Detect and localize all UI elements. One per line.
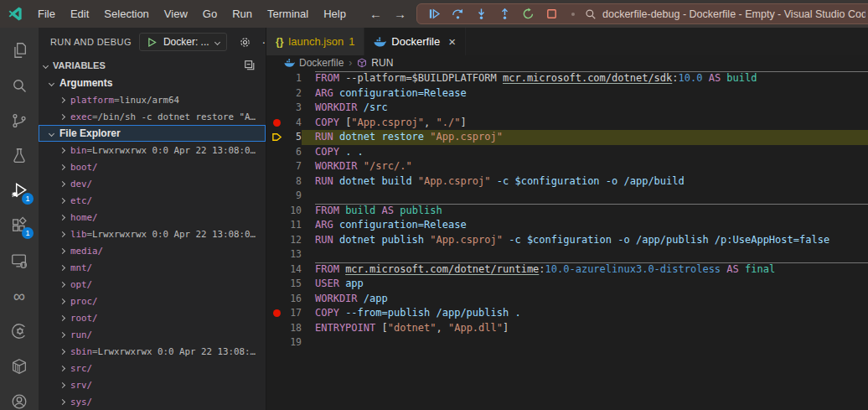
variable-row[interactable]: root/ bbox=[39, 309, 266, 326]
debug-configuration-dropdown[interactable]: Docker: ... bbox=[139, 33, 227, 51]
debug-step-into-button[interactable] bbox=[471, 5, 491, 23]
gutter[interactable] bbox=[266, 101, 287, 116]
variable-row[interactable]: proc/ bbox=[39, 293, 266, 309]
variable-row[interactable]: srv/ bbox=[39, 376, 266, 393]
explorer-icon[interactable] bbox=[0, 33, 39, 68]
gutter[interactable] bbox=[266, 71, 287, 86]
code-line[interactable]: 14FROM mcr.microsoft.com/dotnet/runtime:… bbox=[266, 262, 868, 278]
current-frame-gutter[interactable] bbox=[266, 130, 287, 145]
code-line[interactable]: 6COPY . . bbox=[266, 145, 868, 160]
breakpoint-gutter[interactable] bbox=[266, 116, 287, 131]
code-line[interactable]: 15USER app bbox=[266, 277, 868, 292]
code-line[interactable]: 13 bbox=[266, 247, 868, 262]
code-line-text[interactable]: ARG configuration=Release bbox=[302, 218, 868, 233]
extensions-icon[interactable]: 1 bbox=[0, 209, 39, 244]
variable-row[interactable]: platform = linux/arm64 bbox=[39, 91, 266, 108]
gutter[interactable] bbox=[266, 277, 287, 292]
collapse-all-icon[interactable] bbox=[244, 60, 256, 71]
code-line-text[interactable] bbox=[302, 247, 868, 262]
variable-row[interactable]: lib = Lrwxrwxrwx 0:0 Apr 22 13:08:0… bbox=[39, 226, 266, 242]
code-line-text[interactable]: FROM build AS publish bbox=[302, 204, 868, 219]
gutter[interactable] bbox=[266, 321, 287, 336]
code-line-text[interactable]: FROM --platform=$BUILDPLATFORM mcr.micro… bbox=[302, 71, 868, 86]
tab-dockerfile[interactable]: Dockerfile × bbox=[364, 28, 466, 55]
code-line-text[interactable]: WORKDIR /src bbox=[302, 101, 868, 116]
code-line-text[interactable]: FROM mcr.microsoft.com/dotnet/runtime:10… bbox=[302, 262, 868, 278]
gutter[interactable] bbox=[266, 189, 287, 204]
gutter[interactable] bbox=[266, 174, 287, 189]
nav-forward-icon[interactable]: → bbox=[394, 7, 406, 21]
source-control-icon[interactable] bbox=[0, 103, 39, 138]
debug-toolbar-drag-handle[interactable] bbox=[571, 13, 575, 16]
gutter[interactable] bbox=[266, 86, 287, 101]
code-line[interactable]: 1FROM --platform=$BUILDPLATFORM mcr.micr… bbox=[266, 71, 868, 86]
code-line-text[interactable]: WORKDIR "/src/." bbox=[302, 159, 868, 174]
gutter[interactable] bbox=[266, 145, 287, 160]
menu-terminal[interactable]: Terminal bbox=[260, 4, 316, 23]
gutter[interactable] bbox=[266, 262, 287, 278]
debug-continue-button[interactable] bbox=[424, 5, 444, 23]
menu-view[interactable]: View bbox=[157, 4, 195, 23]
azure-icon[interactable]: ∞ bbox=[0, 278, 39, 314]
variables-group-file-explorer[interactable]: File Explorer bbox=[39, 125, 266, 142]
testing-icon[interactable] bbox=[0, 138, 39, 174]
code-line[interactable]: 16WORKDIR /app bbox=[266, 292, 868, 307]
nav-back-icon[interactable]: ← bbox=[369, 7, 382, 21]
gutter[interactable] bbox=[266, 218, 287, 233]
variable-row[interactable]: media/ bbox=[39, 242, 266, 259]
code-line[interactable]: 18ENTRYPOINT ["dotnet", "App.dll"] bbox=[266, 321, 868, 336]
code-line[interactable]: 2ARG configuration=Release bbox=[266, 86, 868, 101]
menu-file[interactable]: File bbox=[30, 4, 63, 23]
variable-row[interactable]: exec = /bin/sh -c dotnet restore "A… bbox=[39, 108, 266, 125]
variables-section-header[interactable]: VARIABLES bbox=[39, 56, 266, 75]
code-line-text[interactable]: ARG configuration=Release bbox=[302, 86, 868, 101]
code-line-text[interactable]: COPY . . bbox=[302, 145, 868, 160]
code-line[interactable]: 19 bbox=[266, 335, 868, 350]
code-line-text[interactable]: USER app bbox=[302, 277, 868, 292]
menu-help[interactable]: Help bbox=[316, 4, 354, 23]
breakpoint-gutter[interactable] bbox=[266, 306, 287, 321]
code-line[interactable]: 7WORKDIR "/src/." bbox=[266, 159, 868, 174]
gutter[interactable] bbox=[266, 159, 287, 174]
variable-row[interactable]: run/ bbox=[39, 326, 266, 343]
code-line-text[interactable]: RUN dotnet restore "App.csproj" bbox=[302, 130, 868, 145]
account-icon[interactable] bbox=[0, 384, 39, 410]
gear-icon[interactable] bbox=[239, 36, 251, 49]
menu-run[interactable]: Run bbox=[225, 4, 260, 23]
gutter[interactable] bbox=[266, 204, 287, 219]
variables-group-arguments[interactable]: Arguments bbox=[39, 75, 266, 91]
code-line[interactable]: 8RUN dotnet build "App.csproj" -c $confi… bbox=[266, 174, 868, 189]
variable-row[interactable]: src/ bbox=[39, 360, 266, 376]
code-line-text[interactable] bbox=[302, 189, 868, 204]
breadcrumb-file[interactable]: Dockerfile bbox=[299, 57, 344, 69]
variable-row[interactable]: bin = Lrwxrwxrwx 0:0 Apr 22 13:08:0… bbox=[39, 142, 266, 158]
variable-row[interactable]: sys/ bbox=[39, 393, 266, 410]
gutter[interactable] bbox=[266, 292, 287, 307]
code-line[interactable]: 4COPY ["App.csproj", "./"] bbox=[266, 116, 868, 131]
debug-restart-button[interactable] bbox=[518, 5, 538, 23]
iot-gear-icon[interactable] bbox=[0, 314, 39, 349]
variable-row[interactable]: boot/ bbox=[39, 158, 266, 175]
code-line[interactable]: 17COPY --from=publish /app/publish . bbox=[266, 306, 868, 321]
code-line[interactable]: 3WORKDIR /src bbox=[266, 101, 868, 116]
code-line-text[interactable]: RUN dotnet publish "App.csproj" -c $conf… bbox=[302, 233, 868, 248]
code-line[interactable]: 12RUN dotnet publish "App.csproj" -c $co… bbox=[266, 233, 868, 248]
gutter[interactable] bbox=[266, 335, 287, 350]
gutter[interactable] bbox=[266, 233, 287, 248]
code-line-text[interactable] bbox=[302, 335, 868, 350]
run-and-debug-icon[interactable]: 1 bbox=[0, 174, 39, 209]
remote-explorer-icon[interactable] bbox=[0, 243, 39, 278]
variable-row[interactable]: etc/ bbox=[39, 192, 266, 209]
code-line[interactable]: 5RUN dotnet restore "App.csproj" bbox=[266, 130, 868, 145]
close-tab-icon[interactable]: × bbox=[448, 34, 456, 49]
gutter[interactable] bbox=[266, 247, 287, 262]
breadcrumb-symbol[interactable]: RUN bbox=[371, 57, 393, 69]
code-line[interactable]: 10FROM build AS publish bbox=[266, 204, 868, 219]
debug-step-out-button[interactable] bbox=[494, 5, 514, 23]
variable-row[interactable]: sbin = Lrwxrwxrwx 0:0 Apr 22 13:08:… bbox=[39, 343, 266, 360]
code-line-text[interactable]: COPY ["App.csproj", "./"] bbox=[302, 116, 868, 131]
breakpoint-icon[interactable] bbox=[273, 309, 281, 317]
menu-selection[interactable]: Selection bbox=[96, 4, 156, 23]
menu-edit[interactable]: Edit bbox=[63, 4, 96, 23]
code-line-text[interactable]: COPY --from=publish /app/publish . bbox=[302, 306, 868, 321]
